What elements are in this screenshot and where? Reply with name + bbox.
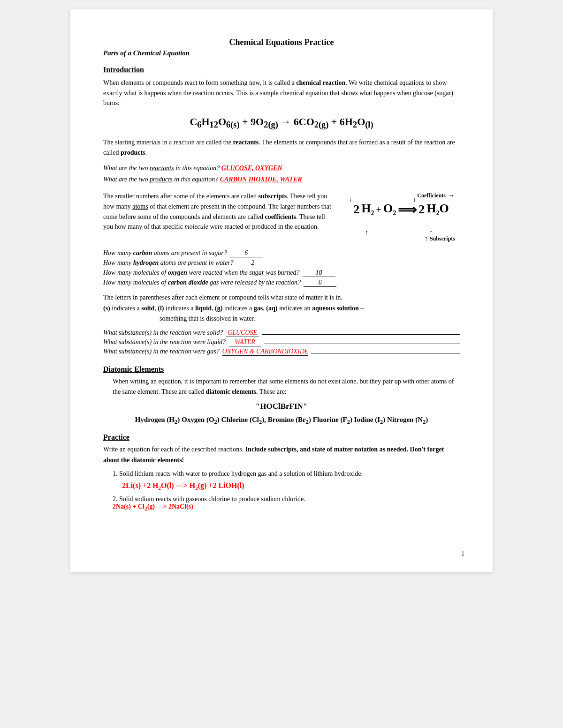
gas-answer: OXYGEN & CARBONDIOXIDE [222,348,309,356]
oxygen-qa-row: How many molecules of oxygen were reacte… [103,269,460,277]
atoms-qa-section: How many carbon atoms are present in sug… [103,249,460,287]
page: Chemical Equations Practice Parts of a C… [70,9,493,572]
products-answer: CARBON DIOXIDE, WATER [220,176,302,183]
arrow-h2o-subscript: ↑ [429,229,433,236]
diatomic-list: Hydrogen (H2) Oxygen (O2) Chlorine (Cl2)… [103,416,460,426]
oxygen-answer: 18 [303,269,335,277]
states-para: The letters in parentheses after each el… [103,293,460,324]
diatomic-acronym: "HOClBrFIN" [103,402,460,411]
practice-item-1: 1. Solid lithium reacts with water to pr… [113,470,460,478]
diatomic-heading: Diatomic Elements [103,365,460,374]
diatomic-body: When writing an equation, it is importan… [113,376,460,398]
main-equation: C6H12O6(s) + 9O2(g) → 6CO2(g) + 6H2O(l) [103,116,460,130]
reactants-products-text: The starting materials in a reaction are… [103,137,460,158]
arrow-h2-subscript: ↑ [365,229,368,236]
diagram-equation: 2 H2 + O2 ⟹ 2 H2O [347,202,455,217]
hydrogen-qa-row: How many hydrogen atoms are present in w… [103,259,460,267]
practice-answer-1: 2Li(s) +2 H2O(l) —> H2(g) +2 LiOH(l) [122,481,460,491]
diagram-wrapper: Coefficients → 2 H2 + O2 ⟹ 2 H2O ↑ Subsc… [347,191,455,243]
practice-heading: Practice [103,433,460,442]
subscripts-text-col: The smaller numbers after some of the el… [103,191,333,236]
subscripts-coefficients-section: The smaller numbers after some of the el… [103,191,460,243]
liquid-qa-row: What substance(s) in the reaction were l… [103,338,460,346]
subscripts-label: ↑ Subscripts [424,234,455,243]
solid-qa-row: What substance(s) in the reaction were s… [103,329,460,337]
practice-instructions: Write an equation for each of the descri… [103,444,460,465]
gas-qa-row: What substance(s) in the reaction were g… [103,348,460,356]
co2-qa-row: How many molecules of carbon dioxide gas… [103,279,460,287]
products-question: What are the two products in this equati… [103,174,460,185]
main-title: Chemical Equations Practice [103,38,460,47]
substance-qa-section: What substance(s) in the reaction were s… [103,329,460,356]
liquid-answer: WATER [228,338,261,346]
page-number: 1 [461,550,464,558]
hydrogen-answer: 2 [236,259,269,267]
practice-item-2: 2. Solid sodium reacts with gaseous chlo… [113,495,460,512]
solid-answer: GLUCOSE [226,329,259,337]
arrow-coeff2: ↓ [413,196,416,203]
reactants-answer: GLUCOSE, OXYGEN [221,165,282,172]
coefficients-label: Coefficients → [417,191,455,200]
qa-reactants-products: What are the two reactants in this equat… [103,163,460,185]
subtitle: Parts of a Chemical Equation [103,49,460,57]
intro-para1: When elements or compounds react to form… [103,78,460,108]
carbon-answer: 6 [230,249,263,257]
reactants-question: What are the two reactants in this equat… [103,163,460,174]
introduction-heading: Introduction [103,66,460,74]
diagram-col: Coefficients → 2 H2 + O2 ⟹ 2 H2O ↑ Subsc… [347,191,460,243]
subscripts-para: The smaller numbers after some of the el… [103,191,333,232]
co2-answer: 6 [304,279,336,287]
arrow-coeff1: ↓ [349,196,352,203]
carbon-qa-row: How many carbon atoms are present in sug… [103,249,460,257]
